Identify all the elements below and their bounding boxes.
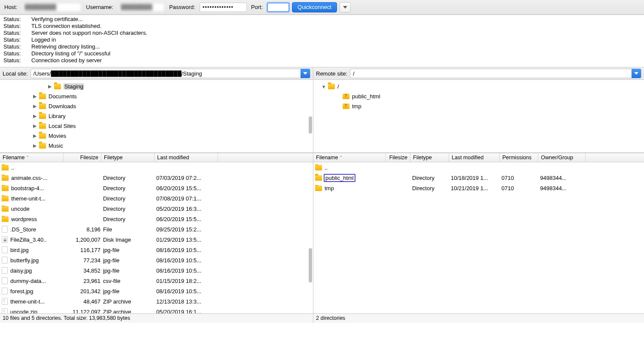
column-filetype[interactable]: Filetype <box>410 153 449 162</box>
file-row[interactable]: bootstrap-4...Directory06/20/2019 15:5..… <box>0 183 313 193</box>
folder-unknown-icon <box>343 103 349 109</box>
disclosure-triangle-icon[interactable] <box>47 84 52 89</box>
file-size: 77,234 <box>65 257 103 264</box>
scrollbar-thumb[interactable] <box>309 116 312 134</box>
file-size: 8,196 <box>65 226 103 233</box>
quickconnect-button[interactable]: Quickconnect <box>292 2 337 12</box>
file-name: bird.jpg <box>10 247 29 253</box>
username-input[interactable] <box>118 3 165 12</box>
remote-site-dropdown-icon[interactable] <box>632 69 641 78</box>
file-row[interactable]: tmpDirectory10/21/2019 1...07109498344..… <box>313 183 644 193</box>
remote-file-list-header: Filename Filesize Filetype Last modified… <box>313 153 644 162</box>
folder-icon <box>2 165 9 170</box>
file-modified: 09/25/2019 15:2... <box>156 226 220 233</box>
file-icon <box>2 277 8 284</box>
file-row[interactable]: theme-unit-t...Directory07/08/2019 07:1.… <box>0 193 313 203</box>
file-size: 201,342 <box>65 288 103 294</box>
file-icon <box>2 267 8 274</box>
file-row[interactable]: .DS_Store8,196File09/25/2019 15:2... <box>0 224 313 234</box>
file-row[interactable]: uncodeDirectory05/20/2019 16:3... <box>0 203 313 214</box>
host-input[interactable] <box>21 3 82 12</box>
host-label: Host: <box>3 4 19 10</box>
folder-icon <box>2 196 9 201</box>
remote-site-combo[interactable]: / <box>350 69 641 78</box>
file-size: 23,961 <box>65 278 103 284</box>
folder-icon <box>315 175 322 181</box>
column-last-modified[interactable]: Last modified <box>449 153 500 162</box>
column-filetype[interactable]: Filetype <box>101 153 155 162</box>
file-row[interactable]: bird.jpg116,177jpg-file08/16/2019 10:5..… <box>0 245 313 255</box>
file-name: .. <box>11 164 14 171</box>
local-file-list[interactable]: ..animate.css-...Directory07/03/2019 07:… <box>0 162 313 313</box>
remote-site-path: / <box>353 70 632 77</box>
password-input[interactable] <box>200 3 247 12</box>
tree-node[interactable]: Local Sites <box>0 121 313 131</box>
disclosure-triangle-icon[interactable] <box>32 103 37 109</box>
column-last-modified[interactable]: Last modified <box>155 153 218 162</box>
file-row[interactable]: FileZilla_3.40..1,200,007Disk Image01/29… <box>0 234 313 245</box>
file-row[interactable]: dummy-data...23,961csv-file01/15/2019 18… <box>0 276 313 286</box>
file-row[interactable]: theme-unit-t...48,467ZIP archive12/13/20… <box>0 296 313 307</box>
folder-icon <box>2 216 9 222</box>
tree-node[interactable]: / <box>313 82 644 91</box>
tree-node[interactable]: Documents <box>0 91 313 101</box>
file-modified: 08/16/2019 10:5... <box>156 267 220 274</box>
local-site-dropdown-icon[interactable] <box>301 69 310 78</box>
file-type: ZIP archive <box>103 309 156 314</box>
quickconnect-history-button[interactable] <box>340 2 351 12</box>
file-permissions: 0710 <box>501 185 540 191</box>
file-name: wordpress <box>11 216 37 222</box>
folder-icon <box>328 84 335 89</box>
log-label: Status: <box>3 23 31 30</box>
file-icon <box>2 257 8 264</box>
file-type: jpg-file <box>103 247 156 253</box>
local-directory-tree[interactable]: StagingDocumentsDownloadsLibraryLocal Si… <box>0 80 313 153</box>
disclosure-triangle-icon[interactable] <box>32 133 37 139</box>
tree-node[interactable]: tmp <box>313 101 644 111</box>
tree-node[interactable]: Library <box>0 111 313 121</box>
log-text: Verifying certificate... <box>31 16 83 23</box>
tree-node-label: / <box>337 83 339 90</box>
file-modified: 05/20/2019 16:1... <box>156 309 220 314</box>
scrollbar-thumb[interactable] <box>309 248 312 282</box>
file-type: ZIP archive <box>103 298 156 305</box>
disclosure-triangle-icon[interactable] <box>32 113 37 119</box>
remote-directory-tree[interactable]: /public_htmltmp <box>313 80 644 153</box>
file-row[interactable]: .. <box>313 162 644 173</box>
file-name: theme-unit-t... <box>11 195 46 202</box>
disclosure-triangle-icon[interactable] <box>321 84 326 89</box>
remote-file-list[interactable]: ..public_htmlDirectory10/18/2019 1...071… <box>313 162 644 313</box>
file-row[interactable]: animate.css-...Directory07/03/2019 07:2.… <box>0 173 313 183</box>
port-input[interactable] <box>267 3 289 12</box>
file-row[interactable]: .. <box>0 162 313 173</box>
column-owner-group[interactable]: Owner/Group <box>538 153 586 162</box>
local-status-bar: 10 files and 5 directories. Total size: … <box>0 314 313 323</box>
local-site-combo[interactable]: /Users/█████████████████████████████████… <box>30 69 310 78</box>
file-row[interactable]: butterfly.jpg77,234jpg-file08/16/2019 10… <box>0 255 313 265</box>
tree-node[interactable]: Movies <box>0 131 313 141</box>
column-filesize[interactable]: Filesize <box>64 153 101 162</box>
column-filesize[interactable]: Filesize <box>386 153 410 162</box>
column-filename[interactable]: Filename <box>313 153 386 162</box>
column-filename[interactable]: Filename <box>0 153 64 162</box>
disclosure-triangle-icon[interactable] <box>32 123 37 129</box>
file-row[interactable]: public_htmlDirectory10/18/2019 1...07109… <box>313 173 644 183</box>
tree-node[interactable]: Music <box>0 141 313 151</box>
file-row[interactable]: daisy.jpg34,852jpg-file08/16/2019 10:5..… <box>0 265 313 276</box>
tree-node[interactable]: Staging <box>0 82 313 91</box>
file-icon <box>2 288 8 294</box>
tree-node-label: tmp <box>352 103 361 109</box>
file-row[interactable]: wordpressDirectory06/20/2019 15:5... <box>0 214 313 224</box>
folder-icon <box>39 123 46 129</box>
file-row[interactable]: uncode.zip11,122,097ZIP archive05/20/201… <box>0 307 313 313</box>
tree-node[interactable]: public_html <box>313 91 644 101</box>
disclosure-triangle-icon[interactable] <box>32 94 37 99</box>
file-row[interactable]: forest.jpg201,342jpg-file08/16/2019 10:5… <box>0 286 313 296</box>
file-type: Directory <box>412 175 451 181</box>
tree-node[interactable]: Downloads <box>0 101 313 111</box>
tree-node-label: Library <box>49 113 66 119</box>
tree-node-label: Music <box>49 143 63 149</box>
disclosure-triangle-icon[interactable] <box>32 143 37 149</box>
file-modified: 06/20/2019 15:5... <box>156 185 220 191</box>
column-permissions[interactable]: Permissions <box>500 153 538 162</box>
